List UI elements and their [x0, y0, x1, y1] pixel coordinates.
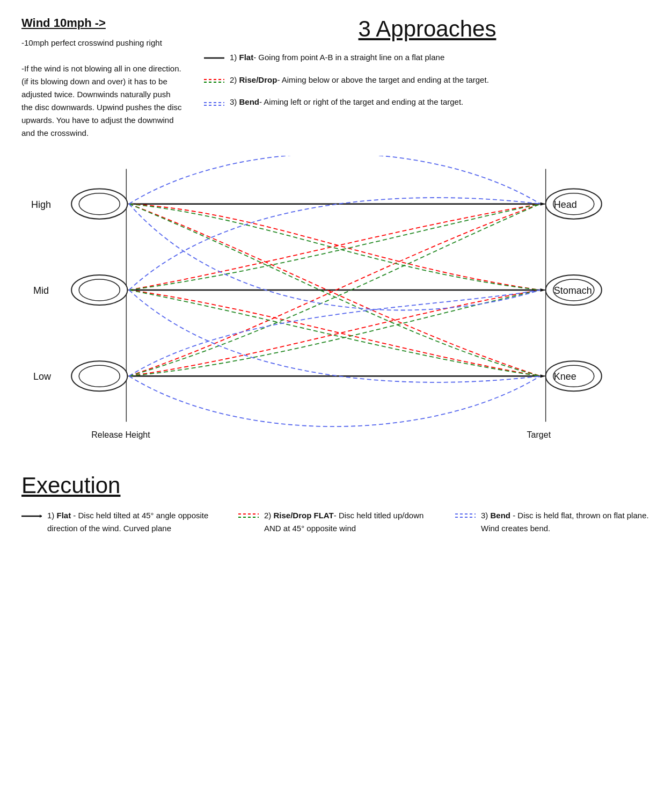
- svg-text:Low: Low: [33, 371, 52, 382]
- svg-marker-38: [540, 374, 546, 378]
- svg-point-16: [79, 279, 120, 301]
- svg-text:Head: Head: [554, 199, 577, 210]
- execution-title: Execution: [21, 473, 651, 498]
- flat-line-icon: [204, 53, 224, 66]
- execution-section: Execution 1) Flat - Disc held tilted at …: [21, 473, 651, 535]
- right-panel: 3 Approaches 1) Flat- Going from point A…: [204, 16, 651, 140]
- approach-bend: 3) Bend- Aiming left or right of the tar…: [204, 96, 651, 110]
- risedrop-line-icon: [204, 76, 224, 88]
- bend-line-icon: [204, 98, 224, 110]
- svg-point-18: [79, 365, 120, 387]
- svg-text:Knee: Knee: [554, 371, 576, 382]
- diagram-section: High Mid Low Head Stomach Knee Release H…: [21, 156, 651, 462]
- approach-flat: 1) Flat- Going from point A-B in a strai…: [204, 52, 651, 66]
- execution-risedrop: 2) Rise/Drop FLAT- Disc held titled up/d…: [238, 509, 434, 535]
- execution-risedrop-text: 2) Rise/Drop FLAT- Disc held titled up/d…: [264, 509, 434, 535]
- svg-marker-40: [40, 515, 42, 518]
- execution-bend: 3) Bend - Disc is held flat, thrown on f…: [455, 509, 651, 535]
- approach-bend-text: 3) Bend- Aiming left or right of the tar…: [230, 96, 463, 108]
- top-section: Wind 10mph -> -10mph perfect crosswind p…: [21, 16, 651, 140]
- wind-desc1: -10mph perfect crosswind pushing right -…: [21, 37, 182, 140]
- svg-text:Mid: Mid: [33, 285, 49, 296]
- execution-items: 1) Flat - Disc held tilted at 45° angle …: [21, 509, 651, 535]
- svg-marker-37: [540, 288, 546, 292]
- approach-risedrop-text: 2) Rise/Drop- Aiming below or above the …: [230, 74, 489, 86]
- svg-text:High: High: [31, 199, 51, 210]
- svg-text:Release Height: Release Height: [91, 430, 150, 439]
- approach-risedrop: 2) Rise/Drop- Aiming below or above the …: [204, 74, 651, 88]
- execution-bend-text: 3) Bend - Disc is held flat, thrown on f…: [481, 509, 651, 535]
- execution-flat: 1) Flat - Disc held tilted at 45° angle …: [21, 509, 217, 535]
- svg-text:Stomach: Stomach: [554, 285, 592, 296]
- approach-flat-text: 1) Flat- Going from point A-B in a strai…: [230, 52, 444, 64]
- svg-point-14: [79, 193, 120, 215]
- exec-risedrop-icon: [238, 511, 259, 535]
- left-panel: Wind 10mph -> -10mph perfect crosswind p…: [21, 16, 182, 140]
- execution-flat-text: 1) Flat - Disc held tilted at 45° angle …: [47, 509, 217, 535]
- exec-bend-icon: [455, 511, 476, 535]
- wind-title: Wind 10mph ->: [21, 16, 182, 30]
- approaches-title: 3 Approaches: [204, 16, 651, 42]
- svg-marker-36: [540, 202, 546, 206]
- exec-flat-icon: [21, 511, 42, 535]
- svg-text:Target: Target: [527, 430, 551, 439]
